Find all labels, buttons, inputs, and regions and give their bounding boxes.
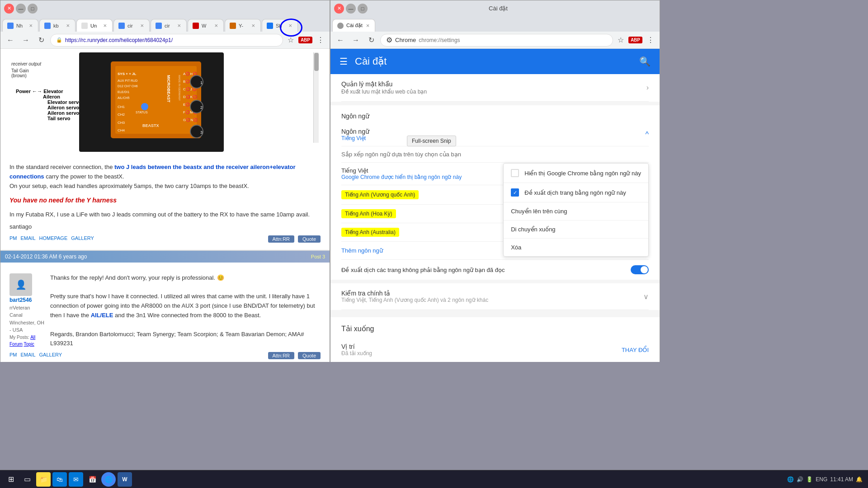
ctx-item-4[interactable]: Di chuyển xuống	[504, 221, 648, 239]
post3-forum-link[interactable]: Forum	[9, 342, 23, 347]
ctx-checkbox-2[interactable]: ✓	[511, 188, 519, 197]
scrollbar-thumb-left[interactable]	[314, 53, 319, 71]
network-icon[interactable]: 🌐	[787, 476, 794, 483]
tab-close-cir1[interactable]: ×	[139, 22, 145, 29]
refresh-button-right[interactable]: ↻	[365, 34, 377, 47]
main-text-1: In the standard receiver connection, the	[9, 164, 114, 170]
star-icon-right[interactable]: ☆	[616, 34, 626, 46]
tab-cir1[interactable]: cir ×	[113, 19, 150, 32]
post3-topic-link[interactable]: Topic	[24, 342, 34, 347]
battery-icon[interactable]: 🔋	[806, 476, 813, 483]
main-para-1: In the standard receiver connection, the…	[9, 163, 321, 182]
hamburger-icon[interactable]: ☰	[340, 56, 348, 67]
settings-url-bar[interactable]: ⚙ Chrome chrome://settings	[380, 34, 613, 47]
tab-close-nh[interactable]: ×	[28, 22, 33, 29]
notification-icon[interactable]: 🔔	[856, 476, 863, 483]
gallery-link-post3[interactable]: GALLERY	[39, 352, 62, 359]
chrome-taskbar-icon[interactable]: 🌐	[101, 472, 116, 487]
svg-text:CH3: CH3	[118, 121, 125, 125]
close-button-right[interactable]: ✕	[334, 4, 344, 14]
ctx-item-2[interactable]: ✓ Đề xuất dịch trang bằng ngôn ngữ này	[504, 183, 648, 202]
start-button[interactable]: ⊞	[4, 472, 18, 487]
abp-badge-left[interactable]: ABP	[298, 37, 312, 43]
tab-un[interactable]: Un ×	[76, 19, 113, 32]
forward-button-left[interactable]: →	[19, 34, 32, 47]
settings-tab-close[interactable]: ×	[365, 22, 371, 29]
tab-sh[interactable]: Sh ×	[262, 19, 298, 32]
homepage-link-main[interactable]: HOMEPAGE	[39, 235, 68, 243]
quote-btn-post3[interactable]: Quote	[298, 352, 321, 359]
menu-icon-right[interactable]: ⋮	[645, 34, 656, 46]
attn-btn-post3[interactable]: Attn:RR	[268, 352, 295, 359]
gallery-link-main[interactable]: GALLERY	[71, 235, 94, 243]
word-taskbar-icon[interactable]: W	[118, 472, 132, 487]
refresh-button-left[interactable]: ↻	[35, 34, 47, 47]
tab-y[interactable]: Y- ×	[225, 19, 261, 32]
email-link-main[interactable]: EMAIL	[21, 235, 36, 243]
password-item[interactable]: Quản lý mật khẩu Đề xuất lưu mật khẩu we…	[341, 74, 649, 102]
ctx-item-1[interactable]: Hiển thị Google Chrome bằng ngôn ngữ này	[504, 164, 648, 183]
tab-close-sh[interactable]: ×	[288, 22, 293, 29]
ctx-checkbox-1[interactable]	[511, 169, 519, 177]
tab-kb[interactable]: kb ×	[39, 19, 75, 32]
post3-all-link[interactable]: All	[30, 335, 35, 340]
spell-item[interactable]: Kiểm tra chính tả Tiếng Việt, Tiếng Anh …	[341, 283, 649, 310]
url-bar-left[interactable]: 🔒 https://rc.runryder.com/helicopter/t68…	[50, 34, 283, 47]
file-explorer-icon[interactable]: 📁	[36, 472, 51, 487]
calendar-icon[interactable]: 📅	[85, 472, 99, 487]
tab-close-un[interactable]: ×	[102, 22, 108, 29]
svg-text:ELE/DI1: ELE/DI1	[118, 90, 129, 94]
language-chevron-icon[interactable]: ^	[645, 131, 649, 139]
location-change-button[interactable]: THAY ĐỔI	[622, 347, 649, 353]
language-subsection[interactable]: Ngôn ngữ Tiếng Việt ^	[341, 123, 649, 146]
main-post-links: PM EMAIL HOMEPAGE GALLERY	[9, 235, 94, 243]
forward-button-right[interactable]: →	[349, 34, 362, 47]
back-button-left[interactable]: ←	[4, 34, 17, 47]
spell-subtitle: Tiếng Việt, Tiếng Anh (Vương quốc Anh) v…	[341, 297, 488, 303]
tab-close-y[interactable]: ×	[250, 22, 256, 29]
pm-link-main[interactable]: PM	[9, 235, 17, 243]
menu-icon-left[interactable]: ⋮	[315, 34, 326, 46]
volume-icon[interactable]: 🔊	[797, 476, 803, 483]
settings-address-bar: ← → ↻ ⚙ Chrome chrome://settings ☆ ABP ⋮	[330, 32, 660, 49]
lang-indicator[interactable]: ENG	[816, 476, 827, 483]
star-icon-left[interactable]: ☆	[286, 34, 296, 46]
mail-icon[interactable]: ✉	[69, 472, 83, 487]
svg-text:G⭕N⭕: G⭕N⭕	[183, 117, 198, 122]
location-item[interactable]: Vị trí Đã tải xuống THAY ĐỔI	[341, 337, 649, 362]
post3-date: 02-14-2012 01:36 AM 6 years ago	[5, 253, 87, 260]
spell-item-text: Kiểm tra chính tả Tiếng Việt, Tiếng Anh …	[341, 290, 488, 303]
scrollbar-left[interactable]	[313, 52, 319, 143]
store-icon[interactable]: 🛍	[52, 472, 67, 487]
tab-close-cir2[interactable]: ×	[176, 22, 182, 29]
tab-nh[interactable]: Nh ×	[2, 19, 38, 32]
minimize-button-right[interactable]: —	[346, 4, 356, 14]
abp-badge-right[interactable]: ABP	[628, 37, 642, 43]
ctx-item-3[interactable]: Chuyển lên trên cùng	[504, 202, 648, 221]
quote-btn-main[interactable]: Quote	[298, 235, 321, 243]
close-button-left[interactable]: ✕	[4, 4, 14, 14]
tab-favicon-w	[193, 23, 199, 29]
pm-link-post3[interactable]: PM	[9, 352, 17, 359]
post3-link[interactable]: Post 3	[311, 254, 325, 259]
back-button-right[interactable]: ←	[334, 34, 347, 47]
url-text-left: https://rc.runryder.com/helicopter/t6840…	[65, 37, 277, 43]
attn-btn-main[interactable]: Attn:RR	[268, 235, 295, 243]
maximize-button-right[interactable]: □	[358, 4, 368, 14]
ctx-item-5[interactable]: Xóa	[504, 239, 648, 256]
tab-w[interactable]: W ×	[188, 19, 224, 32]
right-browser-window: ✕ — □ Cài đặt Cài đặt × ← → ↻ ⚙ Chrome c…	[330, 0, 660, 361]
tab-close-w[interactable]: ×	[213, 22, 219, 29]
task-view-button[interactable]: ▭	[20, 472, 34, 487]
maximize-button-left[interactable]: □	[28, 4, 38, 14]
search-icon-settings[interactable]: 🔍	[639, 56, 651, 67]
email-link-post3[interactable]: EMAIL	[21, 352, 36, 359]
post3-name[interactable]: bart2546	[9, 296, 46, 304]
post3-body: 👤 bart2546 rrVeteran Canal Winchester, O…	[9, 273, 321, 348]
tab-settings[interactable]: Cài đặt ×	[332, 19, 375, 32]
minimize-button-left[interactable]: —	[16, 4, 26, 14]
translate-toggle[interactable]	[631, 265, 649, 274]
tab-close-kb[interactable]: ×	[65, 22, 71, 29]
tab-cir2[interactable]: cir ×	[151, 19, 187, 32]
post3-para2: Pretty sure that's how I have it connect…	[50, 292, 321, 320]
